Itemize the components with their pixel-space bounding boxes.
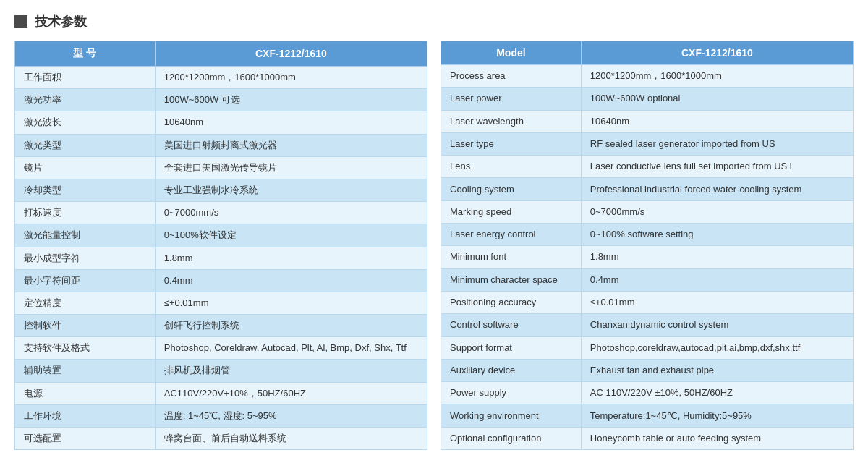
- row-value: 0~100%软件设定: [155, 224, 427, 247]
- table-row: 激光能量控制0~100%软件设定: [15, 224, 427, 247]
- table-row: 工作面积1200*1200mm，1600*1000mm: [15, 67, 427, 89]
- row-value: ≤+0.01mm: [155, 292, 427, 314]
- row-value: 1200*1200mm，1600*1000mm: [581, 65, 853, 88]
- table-row: Marking speed0~7000mm/s: [441, 200, 854, 223]
- table-row: Process area1200*1200mm，1600*1000mm: [441, 65, 854, 88]
- row-label: Laser power: [441, 88, 582, 110]
- table-header-row: 型 号 CXF-1212/1610: [15, 41, 427, 67]
- row-value: AC110V/220V+10%，50HZ/60HZ: [155, 382, 427, 404]
- header-col1-cn: 型 号: [15, 41, 156, 67]
- spec-table-chinese: 型 号 CXF-1212/1610 工作面积1200*1200mm，1600*1…: [14, 41, 427, 450]
- table-row: Control softwareChanxan dynamic control …: [441, 314, 854, 336]
- row-value: 100W~600W optional: [581, 88, 853, 110]
- row-value: 温度: 1~45℃, 湿度: 5~95%: [155, 404, 427, 427]
- row-value: 0~7000mm/s: [581, 200, 853, 223]
- header-col2-cn: CXF-1212/1610: [155, 41, 427, 67]
- table-row: Support formatPhotoshop,coreldraw,autoca…: [441, 336, 854, 359]
- row-label: Control software: [441, 314, 582, 336]
- table-row: Laser energy control0~100% software sett…: [441, 224, 854, 246]
- table-row: 激光波长10640nm: [15, 111, 427, 134]
- row-value: 0~7000mm/s: [155, 202, 427, 224]
- row-value: 1.8mm: [581, 246, 853, 268]
- row-value: Photoshop, Coreldraw, Autocad, Plt, Al, …: [155, 337, 427, 360]
- table-row: 支持软件及格式Photoshop, Coreldraw, Autocad, Pl…: [15, 337, 427, 360]
- row-label: Positioning accuracy: [441, 291, 582, 313]
- row-label: 电源: [15, 382, 156, 404]
- row-label: 定位精度: [15, 292, 156, 314]
- row-label: Working environment: [441, 404, 582, 427]
- table-row: 定位精度≤+0.01mm: [15, 292, 427, 314]
- header-col2-en: CXF-1212/1610: [581, 41, 853, 65]
- table-row: Optional configurationHoneycomb table or…: [441, 427, 854, 449]
- table-row: Power supplyAC 110V/220V ±10%, 50HZ/60HZ: [441, 382, 854, 404]
- row-label: 激光类型: [15, 134, 156, 156]
- row-label: Minimum character space: [441, 268, 582, 291]
- row-value: 美国进口射频封离式激光器: [155, 134, 427, 156]
- row-value: Honeycomb table or auto feeding system: [581, 427, 853, 449]
- row-value: Professional industrial forced water-coo…: [581, 178, 853, 200]
- header-col1-en: Model: [441, 41, 582, 65]
- row-label: Laser wavelength: [441, 110, 582, 132]
- row-value: 蜂窝台面、前后自动送料系统: [155, 428, 427, 450]
- table-row: 工作环境温度: 1~45℃, 湿度: 5~95%: [15, 404, 427, 427]
- row-value: 1200*1200mm，1600*1000mm: [155, 67, 427, 89]
- row-value: 0.4mm: [155, 269, 427, 292]
- row-label: Power supply: [441, 382, 582, 404]
- title-icon: [14, 15, 27, 28]
- table-row: Minimum character space0.4mm: [441, 268, 854, 291]
- table-row: 激光功率100W~600W 可选: [15, 89, 427, 111]
- row-value: Photoshop,coreldraw,autocad,plt,ai,bmp,d…: [581, 336, 853, 359]
- row-label: Cooling system: [441, 178, 582, 200]
- row-label: Laser type: [441, 132, 582, 155]
- row-value: ≤+0.01mm: [581, 291, 853, 313]
- table-row: 最小成型字符1.8mm: [15, 247, 427, 269]
- row-label: Process area: [441, 65, 582, 88]
- row-label: Minimum font: [441, 246, 582, 268]
- row-label: Laser energy control: [441, 224, 582, 246]
- row-value: Chanxan dynamic control system: [581, 314, 853, 336]
- table-row: Laser wavelength10640nm: [441, 110, 854, 132]
- table-row: 可选配置蜂窝台面、前后自动送料系统: [15, 428, 427, 450]
- row-label: Marking speed: [441, 200, 582, 223]
- row-value: 10640nm: [155, 111, 427, 134]
- row-value: Exhaust fan and exhaust pipe: [581, 359, 853, 381]
- row-value: 0.4mm: [581, 268, 853, 291]
- table-row: Minimum font1.8mm: [441, 246, 854, 268]
- table-row: Laser typeRF sealed laser generator impo…: [441, 132, 854, 155]
- table-row: Positioning accuracy≤+0.01mm: [441, 291, 854, 313]
- page-title: 技术参数: [14, 13, 854, 30]
- row-label: 最小字符间距: [15, 269, 156, 292]
- row-value: RF sealed laser generator imported from …: [581, 132, 853, 155]
- row-label: 激光能量控制: [15, 224, 156, 247]
- row-label: 激光功率: [15, 89, 156, 111]
- row-value: Temperature:1~45℃, Humidity:5~95%: [581, 404, 853, 427]
- row-value: 创轩飞行控制系统: [155, 315, 427, 337]
- row-value: 1.8mm: [155, 247, 427, 269]
- table-row: 打标速度0~7000mm/s: [15, 202, 427, 224]
- table-header-row-en: Model CXF-1212/1610: [441, 41, 854, 65]
- row-label: 控制软件: [15, 315, 156, 337]
- row-value: 全套进口美国激光传导镜片: [155, 156, 427, 179]
- row-value: 10640nm: [581, 110, 853, 132]
- table-row: 镜片全套进口美国激光传导镜片: [15, 156, 427, 179]
- row-value: AC 110V/220V ±10%, 50HZ/60HZ: [581, 382, 853, 404]
- table-row: Laser power100W~600W optional: [441, 88, 854, 110]
- row-label: Auxiliary device: [441, 359, 582, 381]
- table-row: Cooling systemProfessional industrial fo…: [441, 178, 854, 200]
- row-label: 最小成型字符: [15, 247, 156, 269]
- table-row: 冷却类型专业工业强制水冷系统: [15, 179, 427, 201]
- table-row: Working environmentTemperature:1~45℃, Hu…: [441, 404, 854, 427]
- table-row: 电源AC110V/220V+10%，50HZ/60HZ: [15, 382, 427, 404]
- row-label: 工作环境: [15, 404, 156, 427]
- row-value: 排风机及排烟管: [155, 360, 427, 382]
- table-row: 控制软件创轩飞行控制系统: [15, 315, 427, 337]
- spec-table-english: Model CXF-1212/1610 Process area1200*120…: [441, 41, 854, 450]
- table-row: 辅助装置排风机及排烟管: [15, 360, 427, 382]
- row-label: 可选配置: [15, 428, 156, 450]
- row-label: Optional configuration: [441, 427, 582, 449]
- row-label: Lens: [441, 156, 582, 178]
- row-label: 辅助装置: [15, 360, 156, 382]
- table-row: 激光类型美国进口射频封离式激光器: [15, 134, 427, 156]
- table-row: 最小字符间距0.4mm: [15, 269, 427, 292]
- row-value: 专业工业强制水冷系统: [155, 179, 427, 201]
